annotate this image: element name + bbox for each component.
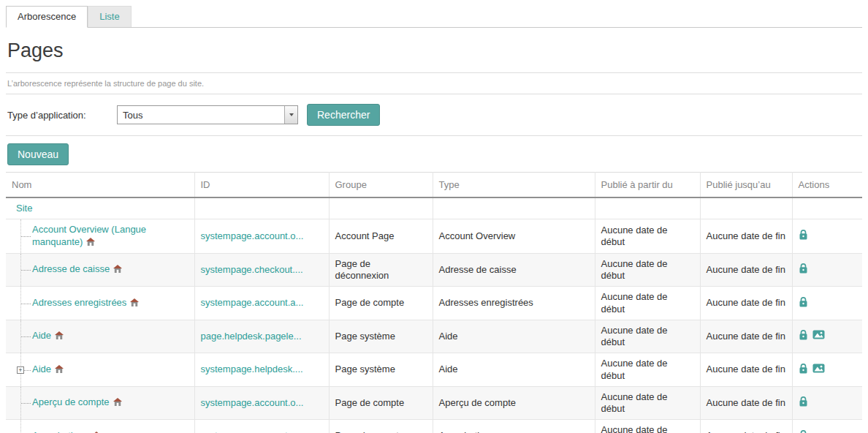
type-cell: Aide [433,320,595,353]
shared-page-icon [113,397,122,409]
shared-page-icon [86,237,95,249]
page-id-link[interactable]: systempage.account.a... [201,430,304,433]
lock-icon[interactable] [799,429,808,433]
site-link[interactable]: Site [16,203,32,214]
actions-cell [792,287,862,320]
application-type-select[interactable]: Tous [117,105,298,124]
page-name-link[interactable]: Adresses enregistrées [32,297,126,308]
group-cell: Page système [329,320,433,353]
image-icon[interactable] [812,363,825,377]
published-from-cell: Aucune date de début [595,386,700,420]
published-from-cell: Aucune date de début [595,219,700,254]
lock-icon[interactable] [799,229,808,243]
type-cell: Adresses enregistrées [433,287,595,320]
published-to-cell: Aucune date de fin [700,386,792,420]
lock-icon[interactable] [799,296,808,310]
table-row: Aide page.helpdesk.pagele... Page systèm… [6,320,862,353]
page-id-link[interactable]: page.helpdesk.pagele... [201,331,302,342]
application-type-label: Type d’application: [7,110,117,121]
group-cell: Page de compte [329,420,433,433]
group-cell: Page de compte [329,287,433,320]
page-name-link[interactable]: Adresse de caisse [32,263,110,274]
published-from-cell: Aucune date de début [595,287,700,320]
published-to-cell: Aucune date de fin [700,287,792,320]
page-id-link[interactable]: systempage.account.o... [201,230,304,241]
tree-connector-icon [21,403,31,404]
type-cell: Approbations [433,420,595,433]
shared-page-icon [130,298,139,309]
table-row: Approbations systempage.account.a... Pag… [6,420,862,433]
actions-cell [792,420,862,433]
published-to-cell: Aucune date de fin [700,253,792,287]
table-row: Account Overview (Langue manquante) syst… [6,219,862,254]
published-to-cell: Aucune date de fin [700,353,792,387]
page-id-link[interactable]: systempage.helpdesk.... [201,364,303,374]
expand-button[interactable]: + [17,366,24,374]
table-header-row: Nom ID Groupe Type Publié à partir du Pu… [6,173,862,198]
tree-connector-icon [21,304,31,304]
table-row: Adresses enregistrées systempage.account… [6,287,862,320]
page-name-link[interactable]: Aperçu de compte [32,396,110,407]
group-cell: Page de déconnexion [329,253,433,287]
table-body: Site Account Overview (Langue manquante)… [6,197,862,433]
shared-page-icon [55,364,64,376]
column-header-id: ID [194,173,329,198]
tree-connector-icon [21,336,31,337]
group-cell: Account Page [329,219,433,254]
type-cell: Adresse de caisse [433,253,595,287]
column-header-actions: Actions [792,173,862,198]
actions-cell [792,253,862,287]
published-to-cell: Aucune date de fin [700,219,792,254]
lock-icon[interactable] [799,329,808,343]
published-from-cell: Aucune date de début [595,320,700,353]
tree-connector-icon [21,236,31,237]
table-row: + Aide systempage.helpdesk.... Page syst… [6,353,862,387]
column-header-publie-jusquau: Publié jusqu’au [700,173,792,198]
chevron-down-icon[interactable] [284,106,297,124]
shared-page-icon [55,331,64,342]
select-value: Tous [118,110,284,121]
page-title: Pages [6,28,862,73]
lock-icon[interactable] [799,396,808,410]
image-icon[interactable] [812,329,825,343]
actions-cell [792,320,862,353]
page-description: L’arborescence représente la structure d… [6,73,862,94]
page-name-link[interactable]: Aide [32,364,51,374]
group-cell: Page système [329,353,433,387]
actions-cell [792,219,862,254]
lock-icon[interactable] [799,263,808,276]
table-row: Adresse de caisse systempage.checkout...… [6,253,862,287]
actions-cell [792,353,862,387]
pages-admin-view: Arborescence Liste Pages L’arborescence … [0,0,868,433]
table-row: Aperçu de compte systempage.account.o...… [6,386,862,420]
column-header-nom: Nom [6,173,194,198]
published-from-cell: Aucune date de début [595,420,700,433]
tab-liste[interactable]: Liste [88,6,131,27]
site-root-row: Site [6,197,862,219]
pages-table: Nom ID Groupe Type Publié à partir du Pu… [6,172,862,433]
toolbar: Nouveau [6,136,862,172]
new-button[interactable]: Nouveau [7,143,69,165]
column-header-type: Type [433,173,595,198]
type-cell: Aide [433,353,595,387]
page-id-link[interactable]: systempage.account.a... [201,297,304,308]
page-name-link[interactable]: Approbations [32,430,88,433]
page-name-link[interactable]: Aide [32,330,51,341]
type-cell: Aperçu de compte [433,386,595,420]
type-cell: Account Overview [433,219,595,254]
published-from-cell: Aucune date de début [595,253,700,287]
published-to-cell: Aucune date de fin [700,320,792,353]
column-header-publie-a-partir-du: Publié à partir du [595,173,700,198]
page-id-link[interactable]: systempage.account.o... [201,397,304,408]
tab-bar: Arborescence Liste [6,6,862,28]
shared-page-icon [113,264,122,276]
group-cell: Page de compte [329,386,433,420]
search-button[interactable]: Rechercher [307,104,380,126]
actions-cell [792,386,862,420]
filter-row: Type d’application: Tous Rechercher [6,94,862,136]
page-id-link[interactable]: systempage.checkout.... [201,264,303,275]
published-from-cell: Aucune date de début [595,353,700,387]
lock-icon[interactable] [799,363,808,377]
tree-connector-icon [21,270,31,271]
tab-arborescence[interactable]: Arborescence [6,6,88,28]
